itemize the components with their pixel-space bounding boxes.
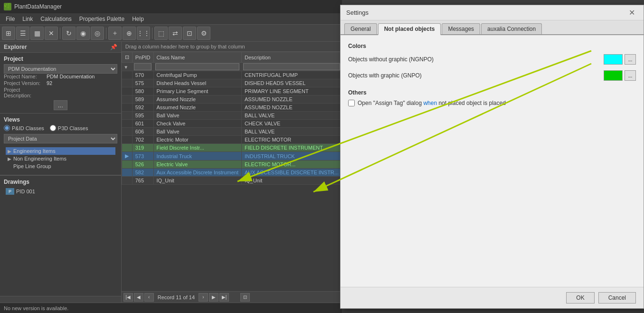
table-row[interactable]: 606Ball ValveBALL VALVE: [122, 128, 341, 136]
color-dots-ngnpo-btn[interactable]: ...: [625, 54, 636, 65]
cell-pnpid: 589: [132, 95, 153, 104]
toolbar-sep3: [152, 28, 152, 39]
toolbar-circle-btn[interactable]: ◉: [76, 27, 90, 40]
cell-description: CENTRIFUGAL PUMP: [241, 71, 341, 79]
table-row[interactable]: 319Field Discrete Instr...FIELD DISCRETE…: [122, 144, 341, 152]
page-first-btn[interactable]: |◀: [123, 293, 133, 302]
page-next2-btn[interactable]: ›: [199, 293, 208, 302]
cell-description: INDUSTRIAL TRUCK: [241, 152, 341, 161]
tree-item-pipeline[interactable]: Pipe Line Group: [6, 162, 115, 170]
cancel-btn[interactable]: Cancel: [598, 292, 636, 304]
page-next-btn[interactable]: ▶: [209, 293, 218, 302]
cell-classname: Ball Valve: [153, 128, 241, 136]
color-dots-gnpo-btn[interactable]: ...: [625, 70, 636, 81]
tab-not-placed[interactable]: Not placed objects: [378, 23, 441, 35]
tab-auxalia[interactable]: auxalia Connection: [481, 23, 542, 34]
radio-pid-input[interactable]: [4, 125, 10, 131]
toolbar-filter-btn[interactable]: ⊡: [183, 27, 196, 40]
menu-link[interactable]: Link: [19, 15, 37, 23]
page-prev-btn[interactable]: ◀: [134, 293, 143, 302]
toolbar-grid-btn[interactable]: ⊞: [2, 27, 15, 40]
menu-bar: File Link Calculations Properties Palett…: [0, 13, 342, 25]
ok-btn[interactable]: OK: [566, 292, 594, 304]
toolbar-refresh-btn[interactable]: ↻: [62, 27, 76, 40]
cell-pnpid: 573: [132, 152, 153, 161]
table-row[interactable]: 580Primary Line SegmentPRIMARY LINE SEGM…: [122, 87, 341, 95]
header-classname[interactable]: Class Name: [153, 52, 241, 63]
toolbar-add2-btn[interactable]: ⊕: [123, 27, 136, 40]
dialog-body: Colors Objects without graphic (NGNPO) .…: [341, 35, 644, 287]
filter-pnpid-cell: [132, 63, 153, 71]
assign-tag-checkbox[interactable]: [348, 100, 355, 106]
toolbar-add-btn[interactable]: ＋: [108, 27, 122, 40]
table-row[interactable]: 601Check ValveCHECK VALVE: [122, 120, 341, 128]
table-row[interactable]: 526Electric ValveELECTRIC MOTOR...: [122, 161, 341, 169]
project-select[interactable]: PDM Documentation: [4, 64, 117, 74]
toolbar-dots-btn[interactable]: ⋮⋮: [137, 27, 150, 40]
color-swatch-gnpo[interactable]: [604, 70, 623, 81]
color-swatch-ngnpo[interactable]: [604, 54, 623, 65]
filter-pnpid-input[interactable]: [134, 63, 152, 70]
tab-messages[interactable]: Messages: [442, 23, 480, 34]
toolbar-export-btn[interactable]: ⬚: [154, 27, 168, 40]
grid-table: ⊡ PnPID Class Name Description ▼: [122, 52, 342, 185]
toolbar-settings-btn[interactable]: ⚙: [197, 27, 210, 40]
header-description[interactable]: Description: [241, 52, 341, 63]
toolbar-move-btn[interactable]: ⇄: [169, 27, 182, 40]
dialog-close-btn[interactable]: ✕: [626, 7, 638, 18]
radio-p3d-input[interactable]: [50, 125, 56, 131]
cell-description: PRIMARY LINE SEGMENT: [241, 87, 341, 95]
cell-description: BALL VALVE: [241, 128, 341, 136]
cell-classname: Centrifugal Pump: [153, 71, 241, 79]
row-selector: [122, 169, 132, 177]
explorer-pin-icon[interactable]: 📌: [110, 44, 117, 50]
filter-classname-input[interactable]: [155, 63, 239, 70]
filter-description-input[interactable]: [243, 63, 340, 70]
cell-pnpid: 575: [132, 79, 153, 87]
cell-pnpid: 765: [132, 177, 153, 185]
data-grid: ⊡ PnPID Class Name Description ▼: [122, 52, 342, 291]
row-selector: [122, 112, 132, 120]
grid-header-row: ⊡ PnPID Class Name Description: [122, 52, 341, 63]
table-row[interactable]: 702Electric MotorELECTRIC MOTOR: [122, 136, 341, 144]
page-last-btn[interactable]: ▶|: [219, 293, 229, 302]
table-row[interactable]: 582Aux Accessible Discrete InstrumentAUX…: [122, 169, 341, 177]
table-row[interactable]: 765IQ_UnitIQ_Unit: [122, 177, 341, 185]
toolbar-tiles-btn[interactable]: ▦: [30, 27, 44, 40]
menu-file[interactable]: File: [2, 15, 19, 23]
left-panel: Explorer 📌 Project PDM Documentation Pro…: [0, 42, 122, 303]
page-prev2-btn[interactable]: ‹: [144, 293, 154, 302]
tree-item-non-engineering[interactable]: ▶ Non Engineering Items: [6, 155, 115, 162]
radio-p3d[interactable]: P3D Classes: [50, 125, 88, 131]
table-row[interactable]: 595Ball ValveBALL VALVE: [122, 112, 341, 120]
app-icon: 🌿: [4, 3, 11, 10]
drawing-pid001[interactable]: P PID 001: [4, 187, 117, 196]
app-title: PlantDataManager: [14, 3, 62, 10]
cell-description: IQ_Unit: [241, 177, 341, 185]
tab-general[interactable]: General: [344, 23, 377, 34]
table-row[interactable]: 589Assumed NozzleASSUMED NOZZLE: [122, 95, 341, 104]
left-panel-hscroll[interactable]: [0, 296, 121, 303]
tree-dropdown[interactable]: Project Data: [4, 134, 117, 143]
table-row[interactable]: 592Assumed NozzleASSUMED NOZZLE: [122, 104, 341, 112]
radio-pid[interactable]: P&ID Classes: [4, 125, 44, 131]
table-row[interactable]: 575Dished Heads VesselDISHED HEADS VESSE…: [122, 79, 341, 87]
table-row[interactable]: ▶573Industrial TruckINDUSTRIAL TRUCK: [122, 152, 341, 161]
toolbar-list-btn[interactable]: ☰: [16, 27, 29, 40]
menu-help[interactable]: Help: [128, 15, 148, 23]
header-pnpid[interactable]: PnPID: [132, 52, 153, 63]
menu-calculations[interactable]: Calculations: [37, 15, 75, 23]
menu-properties-palette[interactable]: Properties Palette: [76, 15, 128, 23]
project-section: Project PDM Documentation Project Name: …: [0, 53, 121, 114]
toolbar-close-btn[interactable]: ✕: [45, 27, 58, 40]
radio-p3d-label: P3D Classes: [58, 125, 88, 131]
tree-item-engineering[interactable]: ▶ Engineering Items: [6, 147, 115, 155]
desc-edit-btn[interactable]: ...: [54, 100, 67, 110]
cell-pnpid: 582: [132, 169, 153, 177]
page-info: Record 11 of 14: [158, 294, 195, 300]
scroll-h-btn[interactable]: ⊡: [240, 293, 250, 302]
toolbar-circle2-btn[interactable]: ◎: [91, 27, 104, 40]
table-row[interactable]: 570Centrifugal PumpCENTRIFUGAL PUMP: [122, 71, 341, 79]
cell-classname: Assumed Nozzle: [153, 95, 241, 104]
tree-section: ▶ Engineering Items ▶ Non Engineering It…: [4, 145, 117, 172]
